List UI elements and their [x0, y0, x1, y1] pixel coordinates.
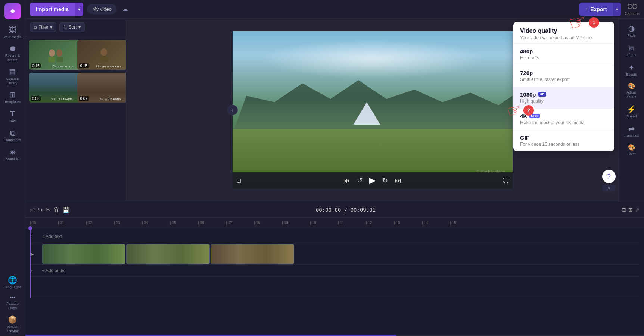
- filters-icon: ⧈: [629, 44, 634, 51]
- version-icon: 📦: [8, 316, 17, 323]
- sidebar-item-languages[interactable]: 🌐 Languages: [0, 273, 25, 292]
- audio-track: ♪ + Add audio: [30, 265, 640, 277]
- sidebar-item-brand-kit[interactable]: ◈ Brand kit: [0, 145, 25, 164]
- crop-button[interactable]: ⊡: [236, 177, 241, 184]
- sidebar-item-text[interactable]: T Text: [0, 107, 25, 126]
- media-thumbnail[interactable]: 0:08 4K UHD Aeria... ✓: [29, 73, 82, 103]
- sidebar-item-content-library[interactable]: ▦ Contentlibrary: [0, 65, 25, 88]
- zoom-in-button[interactable]: ⊞: [628, 207, 633, 213]
- empty-track: [30, 277, 640, 298]
- import-media-button[interactable]: Import media: [30, 3, 75, 16]
- sort-button[interactable]: ⇅ Sort ▾: [59, 22, 85, 32]
- skip-back-button[interactable]: ⏮: [343, 177, 350, 185]
- my-video-tab[interactable]: My video: [87, 4, 117, 14]
- step-badge-1: 1: [589, 17, 599, 28]
- video-clip-2[interactable]: [126, 244, 210, 264]
- cloud-save-icon[interactable]: ☁: [122, 6, 128, 13]
- filter-dropdown-icon: ▾: [50, 25, 52, 30]
- import-media-dropdown-button[interactable]: ▾: [75, 3, 83, 16]
- sidebar-item-your-media[interactable]: 🖼 Your media: [0, 23, 25, 42]
- captions-button[interactable]: CC Captions: [625, 3, 640, 16]
- right-sidebar-item-fade[interactable]: ◑ Fade: [619, 22, 644, 40]
- expand-arrow-button[interactable]: ∨: [602, 185, 616, 191]
- right-sidebar-item-transition[interactable]: ⇌ Transition: [619, 122, 644, 141]
- video-quality-dropdown: Video quality Your video will export as …: [513, 22, 614, 151]
- thumb-label-4: 4K UHD Aeria...: [100, 97, 124, 101]
- play-button[interactable]: ▶: [369, 176, 376, 185]
- quality-option-720p[interactable]: 720p Smaller file, faster export: [513, 65, 614, 87]
- cursor-annotation-2: ☞ 2: [507, 101, 534, 120]
- sidebar-item-feature-flags[interactable]: ••• FeatureFlags: [0, 292, 25, 313]
- thumb-duration-1: 0:15: [31, 63, 41, 68]
- quality-option-gif[interactable]: GIF For videos 15 seconds or less: [513, 130, 614, 151]
- undo-button[interactable]: ↩: [30, 206, 35, 213]
- fullscreen-button[interactable]: ⛶: [503, 177, 509, 184]
- timeline-toolbar: ↩ ↪ ✂ 🗑 💾 00:00.00 / 00:09.01 ⊟ ⊞ ⤢: [25, 202, 644, 218]
- add-audio-button[interactable]: + Add audio: [42, 268, 66, 273]
- rewind-button[interactable]: ↺: [357, 176, 363, 185]
- text-track-label: T: [30, 234, 39, 239]
- svg-rect-4: [56, 57, 63, 62]
- my-video-label: My video: [92, 6, 112, 12]
- progress-bar: [25, 335, 644, 336]
- collapse-panel-button[interactable]: ‹: [227, 105, 238, 115]
- forward-button[interactable]: ↻: [382, 176, 388, 185]
- topbar: Import media ▾ My video ☁ ↑ Export ▾ CC …: [25, 0, 644, 19]
- text-track: T + Add text: [30, 230, 640, 243]
- thumb-duration-4: 0:07: [79, 96, 89, 101]
- right-sidebar-item-effects[interactable]: ✦ Effects: [619, 61, 644, 79]
- quality-option-480p[interactable]: 480p For drafts: [513, 44, 614, 65]
- zoom-out-button[interactable]: ⊟: [622, 207, 626, 213]
- video-track: ▶: [30, 243, 640, 265]
- video-clip-3[interactable]: [211, 244, 294, 264]
- media-toolbar: ⧈ Filter ▾ ⇅ Sort ▾: [25, 19, 126, 36]
- zoom-fit-button[interactable]: ⤢: [635, 207, 640, 213]
- video-track-icon: ▶: [30, 251, 39, 257]
- video-clips: [42, 244, 640, 264]
- save-button[interactable]: 💾: [62, 206, 70, 213]
- media-panel: ⧈ Filter ▾ ⇅ Sort ▾ 0:15 Caucasian co...…: [25, 19, 126, 201]
- filter-icon: ⧈: [34, 25, 37, 30]
- sort-icon: ⇅: [63, 25, 67, 30]
- media-thumbnail[interactable]: 0:15 Caucasian co... ✓: [29, 40, 82, 70]
- delete-button[interactable]: 🗑: [53, 207, 59, 213]
- record-icon: ⏺: [9, 45, 16, 52]
- video-clip-1[interactable]: [42, 244, 125, 264]
- timeline-playhead[interactable]: [30, 228, 31, 298]
- help-button[interactable]: ?: [602, 170, 616, 183]
- cut-button[interactable]: ✂: [46, 206, 50, 213]
- redo-button[interactable]: ↪: [38, 206, 43, 213]
- your-media-icon: 🖼: [9, 26, 16, 34]
- thumb-duration-2: 0:15: [79, 63, 89, 68]
- content-library-icon: ▦: [9, 68, 16, 75]
- media-grid: 0:15 Caucasian co... ✓ 0:15 African amer…: [25, 36, 126, 106]
- languages-icon: 🌐: [8, 276, 17, 284]
- sidebar-item-record[interactable]: ⏺ Record &create: [0, 42, 25, 65]
- add-text-button[interactable]: + Add text: [42, 234, 62, 239]
- fade-icon: ◑: [628, 25, 635, 32]
- transition-icon: ⇌: [628, 125, 635, 132]
- svg-rect-3: [48, 57, 55, 62]
- media-thumbnail[interactable]: 0:15 African american... ✓: [77, 40, 127, 70]
- right-sidebar-item-filters[interactable]: ⧈ Filters: [619, 41, 644, 60]
- audio-track-icon: ♪: [30, 268, 39, 274]
- speed-icon: ⚡: [627, 106, 636, 113]
- sidebar-item-transitions[interactable]: ⧉ Transitions: [0, 126, 25, 145]
- right-sidebar-item-adjust-colors[interactable]: 🎨 Adjustcolors: [619, 80, 644, 102]
- right-sidebar-item-color[interactable]: 🎨 Color: [619, 142, 644, 159]
- sort-dropdown-icon: ▾: [78, 25, 81, 30]
- video-controls: ⊡ ⏮ ↺ ▶ ↻ ⏭ ⛶: [233, 172, 513, 189]
- svg-point-2: [56, 49, 62, 57]
- hd-badge: HD: [538, 92, 546, 97]
- thumb-label-1: Caucasian co...: [52, 65, 75, 68]
- export-dropdown-button[interactable]: ▾: [613, 3, 621, 16]
- video-scene: © stock footage: [233, 31, 513, 189]
- filter-button[interactable]: ⧈ Filter ▾: [30, 22, 56, 32]
- adjust-colors-icon: 🎨: [628, 83, 635, 89]
- skip-forward-button[interactable]: ⏭: [395, 177, 401, 185]
- media-thumbnail[interactable]: 0:07 4K UHD Aeria... ✓: [77, 73, 127, 103]
- timeline-ruler: |:00 |:01 |:02 |:03 |:04 |:05 |:06 |:07 …: [25, 218, 644, 228]
- sidebar-item-templates[interactable]: ⊞ Templates: [0, 88, 25, 107]
- sidebar-item-version[interactable]: 📦 Version73c5f8c: [0, 313, 25, 336]
- right-sidebar-item-speed[interactable]: ⚡ Speed: [619, 103, 644, 121]
